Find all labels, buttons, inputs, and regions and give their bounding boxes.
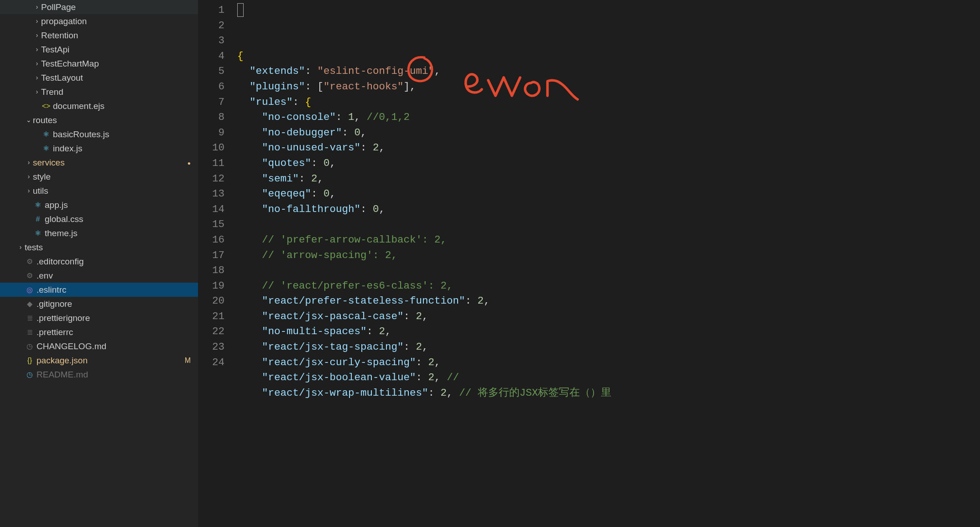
file-icon: ⚛ [33, 229, 43, 238]
token-punc: : [342, 127, 354, 139]
code-line[interactable]: "react/jsx-curly-spacing": 2, [237, 355, 980, 371]
chevron-right-icon[interactable]: › [33, 60, 41, 67]
tree-item[interactable]: ◷CHANGELOG.md [0, 339, 198, 353]
code-line[interactable]: // 'react/prefer-es6-class': 2, [237, 279, 980, 294]
tree-item[interactable]: ≣.prettierignore [0, 311, 198, 325]
tree-item[interactable]: ›TestEchartMap [0, 57, 198, 71]
code-line[interactable] [237, 263, 980, 279]
line-number: 5 [198, 64, 224, 79]
code-line[interactable]: // 'arrow-spacing': 2, [237, 248, 980, 264]
chevron-right-icon[interactable]: › [16, 243, 25, 251]
code-line[interactable]: "no-unused-vars": 2, [237, 140, 980, 156]
token-punc: , [484, 295, 490, 307]
token-key: "react/prefer-stateless-function" [262, 295, 465, 307]
tree-item[interactable]: ›tests [0, 240, 198, 254]
file-icon: # [33, 215, 43, 223]
chevron-right-icon[interactable]: › [33, 88, 41, 95]
token-key: "eqeqeq" [262, 188, 311, 200]
code-line[interactable]: "react/jsx-pascal-case": 2, [237, 309, 980, 325]
token-key: "quotes" [262, 157, 311, 169]
token-punc [237, 295, 262, 307]
code-line[interactable]: "rules": { [237, 95, 980, 110]
tree-item[interactable]: ›PollPage [0, 0, 198, 14]
code-line[interactable]: "eqeqeq": 0, [237, 186, 980, 202]
tree-item[interactable]: {}package.jsonM [0, 353, 198, 367]
token-punc [237, 203, 262, 215]
tree-item[interactable]: ›TestLayout [0, 71, 198, 85]
chevron-right-icon[interactable]: › [33, 74, 41, 81]
tree-item[interactable]: ›propagation [0, 14, 198, 28]
chevron-right-icon[interactable]: › [33, 46, 41, 53]
file-icon: ◎ [25, 285, 35, 294]
code-editor[interactable]: 123456789101112131415161718192021222324 … [198, 0, 980, 527]
token-brace: { [305, 96, 312, 108]
code-line[interactable]: { [237, 49, 980, 64]
code-line[interactable]: "no-fallthrough": 0, [237, 202, 980, 217]
token-punc: , [360, 127, 367, 139]
file-icon: ⚛ [41, 130, 51, 139]
token-punc: , [422, 310, 428, 322]
file-icon: ≣ [25, 314, 35, 322]
tree-item[interactable]: ⚛index.js [0, 141, 198, 155]
tree-item[interactable]: ◷README.md [0, 367, 198, 382]
line-number: 3 [198, 33, 224, 49]
code-line[interactable]: "react/jsx-tag-spacing": 2, [237, 340, 980, 355]
code-line[interactable] [237, 217, 980, 232]
code-area[interactable]: { "extends": "eslint-config-umi", "plugi… [237, 0, 980, 527]
line-number: 11 [198, 156, 224, 171]
token-punc [237, 127, 262, 139]
line-number: 4 [198, 49, 224, 64]
tree-item[interactable]: ⚛basicRoutes.js [0, 127, 198, 141]
token-punc: : [416, 356, 428, 368]
tree-item-label: global.css [45, 214, 83, 224]
tree-item[interactable]: ›style [0, 170, 198, 184]
tree-item[interactable]: ›services [0, 155, 198, 170]
chevron-right-icon[interactable]: › [25, 187, 33, 194]
token-num: 1 [348, 111, 354, 123]
code-line[interactable]: "extends": "eslint-config-umi", [237, 64, 980, 79]
tree-item[interactable]: ⚛app.js [0, 198, 198, 212]
code-line[interactable]: // 'prefer-arrow-callback': 2, [237, 232, 980, 248]
token-key: "rules" [250, 96, 293, 108]
chevron-right-icon[interactable]: › [33, 31, 41, 39]
token-key: "react/jsx-wrap-multilines" [262, 387, 428, 399]
tree-item[interactable]: ≣.prettierrc [0, 325, 198, 339]
code-line[interactable]: "react/jsx-wrap-multilines": 2, // 将多行的J… [237, 386, 980, 401]
tree-item[interactable]: ⚛theme.js [0, 226, 198, 240]
chevron-right-icon[interactable]: › [33, 3, 41, 10]
code-line[interactable]: "react/prefer-stateless-function": 2, [237, 294, 980, 309]
chevron-down-icon[interactable]: ⌄ [25, 116, 33, 124]
code-line[interactable]: "quotes": 0, [237, 156, 980, 171]
token-punc [237, 157, 262, 169]
tree-item[interactable]: ›TestApi [0, 42, 198, 57]
code-line[interactable]: "no-multi-spaces": 2, [237, 324, 980, 340]
chevron-right-icon[interactable]: › [25, 159, 33, 166]
file-explorer[interactable]: ›PollPage›propagation›Retention›TestApi›… [0, 0, 198, 527]
tree-item[interactable]: <>document.ejs [0, 99, 198, 113]
token-punc: : [428, 387, 441, 399]
code-line[interactable]: "react/jsx-boolean-value": 2, // [237, 370, 980, 386]
chevron-right-icon[interactable]: › [25, 173, 33, 180]
tree-item[interactable]: #global.css [0, 212, 198, 226]
tree-item[interactable]: ›Retention [0, 28, 198, 42]
tree-item[interactable]: ›Trend [0, 85, 198, 99]
code-line[interactable]: "plugins": ["react-hooks"], [237, 79, 980, 95]
code-line[interactable] [237, 401, 980, 416]
tree-item[interactable]: ⌄routes [0, 113, 198, 127]
tree-item[interactable]: ⚙.env [0, 269, 198, 283]
token-punc: , [447, 387, 459, 399]
code-line[interactable]: "no-debugger": 0, [237, 125, 980, 141]
line-number: 20 [198, 294, 224, 309]
tree-item[interactable]: ›utils [0, 184, 198, 198]
token-punc: : [360, 203, 373, 215]
tree-item-label: tests [25, 243, 43, 253]
chevron-right-icon[interactable]: › [33, 17, 41, 25]
tree-item[interactable]: ◎.eslintrc [0, 283, 198, 297]
tree-item-label: routes [33, 115, 57, 125]
code-line[interactable]: "no-console": 1, //0,1,2 [237, 110, 980, 125]
code-line[interactable]: "semi": 2, [237, 171, 980, 187]
tree-item[interactable]: ⚙.editorconfig [0, 254, 198, 269]
file-icon: {} [25, 356, 35, 365]
token-punc: : [299, 173, 311, 185]
tree-item[interactable]: ◆.gitignore [0, 297, 198, 311]
